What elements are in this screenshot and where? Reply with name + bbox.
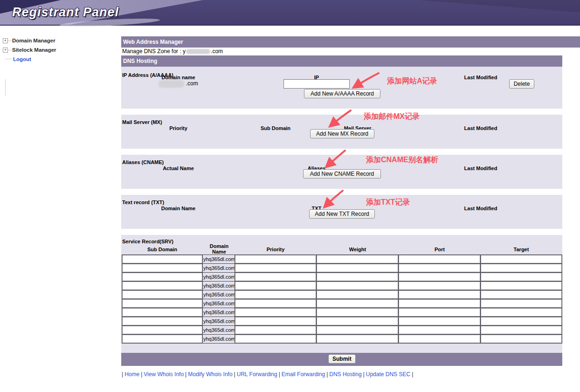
sidebar-item-sitelock-manager[interactable]: + Sitelock Manager [3, 47, 56, 53]
srv-subdomain-input[interactable] [122, 264, 202, 272]
separator: | [279, 371, 280, 378]
srv-target-input[interactable] [481, 264, 562, 272]
expand-plus-icon[interactable]: + [3, 38, 8, 43]
srv-weight-input[interactable] [317, 273, 398, 281]
srv-port-input[interactable] [399, 308, 480, 316]
sidebar-item-domain-manager[interactable]: + Domain Manager [3, 37, 55, 44]
a-record-section: IP Address (A/AAAA) Domain name .com IP … [121, 67, 562, 109]
srv-priority-input[interactable] [235, 255, 316, 263]
srv-priority-input[interactable] [235, 317, 316, 325]
srv-weight-input[interactable] [317, 326, 398, 334]
last-modified-header: Last Modified [457, 165, 504, 171]
sidebar-item-label[interactable]: Sitelock Manager [12, 47, 56, 53]
srv-domain-cell: yhq365dl.com [203, 335, 235, 344]
srv-weight-input[interactable] [317, 264, 398, 272]
srv-table-row: yhq365dl.com [122, 308, 562, 317]
add-txt-record-button[interactable]: Add New TXT Record [309, 209, 375, 219]
srv-port-input[interactable] [399, 282, 480, 290]
page-title: Registrant Panel [12, 5, 119, 20]
txt-record-section: Text record (TXT) Domain Name TXT Add Ne… [121, 195, 562, 229]
separator: | [363, 371, 365, 378]
srv-port-input[interactable] [399, 290, 480, 299]
registrant-panel-page: Registrant Panel + Domain Manager + Site… [0, 0, 580, 392]
srv-weight-input[interactable] [317, 308, 398, 316]
srv-table-row: yhq365dl.com [122, 255, 562, 264]
expand-plus-icon[interactable]: + [3, 48, 8, 53]
footer-link-email-forwarding[interactable]: Email Forwarding [282, 371, 325, 378]
srv-table-row: yhq365dl.com [122, 335, 562, 344]
sidebar-item-label[interactable]: Domain Manager [12, 38, 55, 43]
srv-port-input[interactable] [399, 317, 480, 325]
srv-target-input[interactable] [481, 282, 562, 290]
srv-target-input[interactable] [481, 326, 562, 334]
srv-priority-input[interactable] [235, 299, 316, 308]
srv-record-section: Service Record(SRV) Sub Domain Domain Na… [121, 235, 562, 353]
cname-record-section: Aliases (CNAME) Actual Name Aliases Add … [121, 155, 562, 189]
srv-weight-input[interactable] [317, 317, 398, 325]
srv-target-input[interactable] [481, 290, 562, 299]
footer-link-home[interactable]: Home [124, 371, 139, 378]
domain-name-header: Domain name [149, 75, 207, 80]
srv-weight-input[interactable] [317, 335, 398, 343]
srv-priority-input[interactable] [235, 264, 316, 272]
srv-subdomain-input[interactable] [122, 273, 202, 281]
srv-subdomain-input[interactable] [122, 335, 202, 343]
srv-weight-input[interactable] [317, 290, 398, 299]
srv-port-input[interactable] [399, 264, 480, 272]
add-mx-record-button[interactable]: Add New MX Record [310, 129, 374, 138]
logout-link[interactable]: Logout [13, 56, 31, 62]
add-cname-record-button[interactable]: Add New CNAME Record [303, 169, 381, 179]
separator: | [412, 371, 413, 378]
srv-port-input[interactable] [399, 273, 480, 281]
srv-subdomain-input[interactable] [122, 255, 202, 263]
web-address-manager-bar: Web Address Manager [121, 36, 580, 48]
srv-port-input[interactable] [399, 326, 480, 334]
submit-button[interactable]: Submit [328, 354, 356, 364]
srv-weight-input[interactable] [317, 255, 398, 263]
delete-button[interactable]: Delete [509, 79, 534, 89]
srv-subdomain-input[interactable] [122, 299, 202, 308]
srv-table-row: yhq365dl.com [122, 264, 562, 273]
domain-name-header: Domain Name [149, 206, 207, 211]
srv-priority-input[interactable] [235, 273, 316, 281]
srv-port-input[interactable] [399, 335, 480, 343]
footer-link-update-dns-sec[interactable]: Update DNS SEC [366, 371, 410, 378]
sidebar-item-logout[interactable]: Logout [5, 56, 31, 62]
srv-weight-input[interactable] [317, 282, 398, 290]
srv-subdomain-input[interactable] [122, 282, 202, 290]
mx-title: Mail Server (MX) [122, 119, 162, 125]
srv-domain-cell: yhq365dl.com [203, 273, 235, 282]
srv-domain-cell: yhq365dl.com [203, 299, 235, 308]
redacted-domain-blur [159, 80, 184, 88]
ip-input[interactable] [283, 79, 350, 89]
srv-priority-input[interactable] [235, 290, 316, 299]
srv-subdomain-input[interactable] [122, 317, 202, 325]
srv-target-input[interactable] [481, 335, 562, 343]
srv-subdomain-input[interactable] [122, 290, 202, 299]
srv-target-input[interactable] [481, 255, 562, 263]
srv-domain-cell: yhq365dl.com [203, 264, 235, 273]
footer-link-url-forwarding[interactable]: URL Forwarding [237, 371, 277, 378]
srv-subdomain-input[interactable] [122, 308, 202, 316]
submit-bar: Submit [121, 353, 562, 366]
srv-target-input[interactable] [481, 299, 562, 308]
srv-port-input[interactable] [399, 255, 480, 263]
manage-dns-zone-text: Manage DNS Zone for : y [122, 48, 186, 55]
srv-target-input[interactable] [481, 317, 562, 325]
srv-priority-input[interactable] [235, 282, 316, 290]
srv-domain-cell: yhq365dl.com [203, 317, 235, 326]
srv-table-row: yhq365dl.com [122, 299, 562, 308]
footer-link-view-whois[interactable]: View Whois Info [144, 371, 184, 378]
srv-priority-input[interactable] [235, 335, 316, 343]
last-modified-header: Last Modified [457, 206, 504, 211]
srv-priority-input[interactable] [235, 308, 316, 316]
add-a-record-button[interactable]: Add New A/AAAA Record [304, 89, 380, 98]
srv-priority-input[interactable] [235, 326, 316, 334]
footer-link-modify-whois[interactable]: Modify Whois Info [188, 371, 232, 378]
srv-weight-input[interactable] [317, 299, 398, 308]
footer-link-dns-hosting[interactable]: DNS Hosting [329, 371, 361, 378]
srv-port-input[interactable] [399, 299, 480, 308]
srv-subdomain-input[interactable] [122, 326, 202, 334]
srv-target-input[interactable] [481, 273, 562, 281]
srv-target-input[interactable] [481, 308, 562, 316]
